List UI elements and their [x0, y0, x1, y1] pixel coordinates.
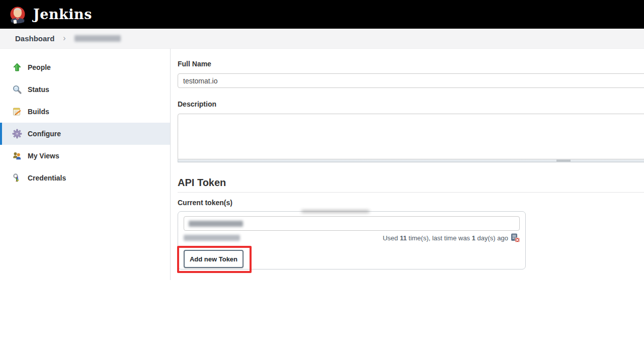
sidebar-content-divider [170, 49, 171, 280]
redacted-smudge [301, 210, 369, 213]
sidebar-item-builds[interactable]: Builds [0, 101, 170, 123]
sidebar-item-label: My Views [28, 152, 59, 160]
section-divider [178, 192, 644, 193]
up-arrow-icon [12, 62, 22, 72]
current-tokens-label: Current token(s) [178, 199, 232, 207]
sidebar-item-credentials[interactable]: Credentials [0, 167, 170, 189]
token-name-redacted [189, 221, 243, 227]
breadcrumb-dashboard-link[interactable]: Dashboard [15, 34, 54, 43]
textarea-resize-handle[interactable] [178, 159, 644, 162]
magnifier-icon [12, 84, 22, 95]
top-header-bar: Jenkins [0, 0, 644, 29]
resize-grip-icon [556, 160, 571, 161]
token-usage-text: Used 11 time(s), last time was 1 day(s) … [383, 234, 508, 242]
gear-icon [12, 129, 22, 139]
description-label: Description [178, 100, 216, 108]
jenkins-home-link[interactable]: Jenkins [0, 5, 92, 25]
notepad-icon [12, 107, 22, 117]
people-group-icon [12, 151, 22, 161]
sidebar-item-label: Builds [28, 108, 49, 116]
full-name-input[interactable] [178, 73, 644, 88]
token-created-redacted [184, 235, 240, 241]
chevron-right-icon: › [63, 34, 65, 43]
jenkins-butler-logo-icon [8, 5, 27, 25]
revoke-token-icon[interactable] [511, 233, 520, 242]
credentials-icon [12, 173, 22, 183]
add-new-token-button[interactable]: Add new Token [184, 250, 244, 268]
sidebar-item-people[interactable]: People [0, 56, 170, 78]
sidebar-item-my-views[interactable]: My Views [0, 145, 170, 167]
sidebar-item-configure[interactable]: Configure [0, 123, 170, 145]
breadcrumb: Dashboard › [0, 29, 644, 49]
description-textarea[interactable] [178, 114, 644, 159]
sidebar-item-label: Credentials [28, 174, 66, 182]
sidebar-item-label: Configure [28, 130, 61, 138]
breadcrumb-item-redacted[interactable] [74, 35, 121, 42]
full-name-label: Full Name [178, 60, 211, 68]
jenkins-page: Jenkins Dashboard › People [0, 0, 644, 362]
app-title: Jenkins [33, 7, 92, 22]
token-meta-row: Used 11 time(s), last time was 1 day(s) … [184, 233, 520, 242]
api-token-section-title: API Token [178, 177, 226, 189]
sidebar-nav: People Status [0, 49, 170, 280]
sidebar-item-label: Status [28, 85, 49, 94]
sidebar-item-status[interactable]: Status [0, 78, 170, 101]
sidebar-item-label: People [28, 63, 51, 71]
